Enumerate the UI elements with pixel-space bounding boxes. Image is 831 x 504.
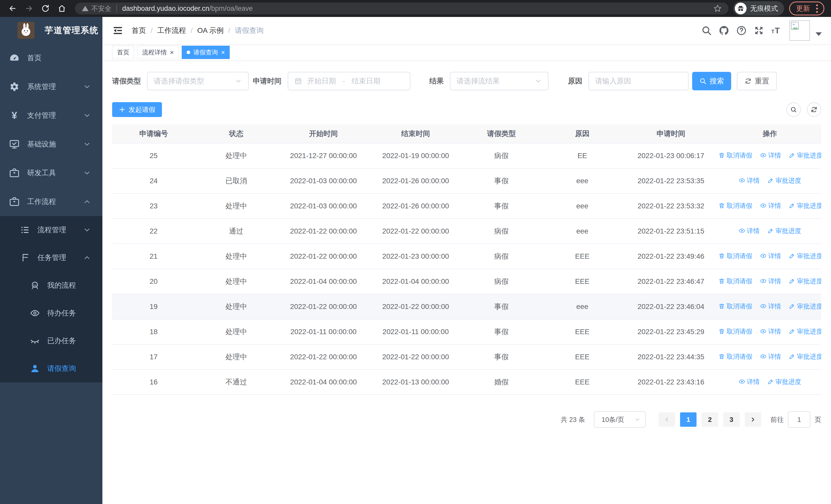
chevron-down-icon[interactable] [815,32,822,36]
create-leave-button[interactable]: 发起请假 [112,102,162,117]
page-button-1[interactable]: 1 [680,412,696,427]
reset-button[interactable]: 重置 [737,72,777,90]
progress-link[interactable]: 审批进度 [789,302,821,310]
detail-link[interactable]: 详情 [739,378,760,386]
progress-link[interactable]: 审批进度 [789,151,821,159]
cancel-leave-link[interactable]: 取消请假 [718,302,752,310]
github-icon[interactable] [719,25,729,36]
sidebar-item-process-management[interactable]: 流程管理 [0,216,103,244]
detail-link[interactable]: 详情 [760,252,781,260]
detail-link[interactable]: 详情 [760,302,781,310]
cancel-leave-link[interactable]: 取消请假 [718,327,752,336]
sidebar-item-home[interactable]: 首页 [0,43,103,72]
detail-link[interactable]: 详情 [760,277,781,285]
back-icon[interactable] [7,3,19,14]
sidebar-item-system-management[interactable]: 系统管理 [0,72,103,101]
next-page-button[interactable] [745,412,761,427]
bookmark-star-icon[interactable] [713,4,722,13]
refresh-table-button[interactable] [807,102,821,117]
user-avatar[interactable] [790,20,810,41]
progress-link[interactable]: 审批进度 [789,252,821,260]
cancel-leave-link[interactable]: 取消请假 [718,151,752,159]
progress-link[interactable]: 审批进度 [789,352,821,361]
action-label: 审批进度 [776,176,801,185]
breadcrumb: 首页/工作流程/OA 示例/请假查询 [132,26,268,35]
breadcrumb-item[interactable]: 工作流程 [157,26,186,35]
flow-icon [20,253,30,263]
sidebar-item-done-tasks[interactable]: 已办任务 [0,327,103,355]
detail-link[interactable]: 详情 [739,176,760,185]
result-select[interactable]: 请选择流结果 [450,72,548,90]
sidebar-item-todo-tasks[interactable]: 待办任务 [0,299,103,327]
close-icon[interactable]: × [170,49,174,56]
detail-link[interactable]: 详情 [760,202,781,210]
detail-link[interactable]: 详情 [760,352,781,361]
progress-link[interactable]: 审批进度 [789,202,821,210]
cancel-leave-link[interactable]: 取消请假 [718,352,752,361]
hide-search-button[interactable] [786,102,801,117]
detail-link[interactable]: 详情 [739,227,760,235]
forward-icon[interactable] [23,3,35,14]
progress-link[interactable]: 审批进度 [767,227,801,235]
page-button-2[interactable]: 2 [701,412,718,427]
table-tools [780,102,821,117]
table-row: 18处理中2022-01-11 00:00:002022-01-11 00:00… [112,319,821,345]
page-button-3[interactable]: 3 [723,412,740,427]
tab-label: 请假查询 [193,48,218,56]
reload-icon[interactable] [39,3,51,14]
cell-start-time: 2022-01-04 00:00:00 [278,269,370,294]
progress-link[interactable]: 审批进度 [789,327,821,336]
tab-leave-query[interactable]: 请假查询× [182,46,230,59]
cancel-leave-link[interactable]: 取消请假 [718,202,752,210]
sidebar-item-payment-management[interactable]: ¥支付管理 [0,101,103,130]
progress-link[interactable]: 审批进度 [789,277,821,285]
search-button[interactable]: 搜索 [692,72,731,90]
tab-process-detail[interactable]: 流程详情× [137,46,179,59]
action-label: 审批进度 [797,302,821,310]
view-icon [760,303,767,309]
progress-link[interactable]: 审批进度 [767,378,801,386]
sidebar-item-label: 系统管理 [27,82,56,92]
cell-apply-time: 2022-01-22 23:49:46 [623,244,718,269]
close-icon[interactable]: × [221,49,225,56]
sidebar-item-task-management[interactable]: 任务管理 [0,244,103,271]
font-size-icon[interactable]: TT [771,25,782,36]
progress-link[interactable]: 审批进度 [767,176,801,185]
trash-icon [718,303,725,309]
breadcrumb-item[interactable]: 首页 [132,26,146,35]
cancel-leave-link[interactable]: 取消请假 [718,252,752,260]
search-icon[interactable] [701,25,712,36]
trash-icon [718,202,725,209]
sidebar-toggle-icon[interactable] [112,25,123,36]
detail-link[interactable]: 详情 [760,151,781,159]
action-label: 取消请假 [726,151,752,159]
help-icon[interactable] [736,25,747,36]
sidebar-item-my-processes[interactable]: 我的流程 [0,271,103,299]
detail-link[interactable]: 详情 [760,327,781,336]
tab-home[interactable]: 首页 [112,46,134,59]
prev-page-button[interactable] [659,412,675,427]
leave-type-select[interactable]: 请选择请假类型 [147,72,249,90]
page-size-select[interactable]: 10条/页 [594,411,646,428]
goto-page-input[interactable] [788,411,810,428]
cell-actions: 取消请假详情审批进度 [718,345,821,369]
home-icon[interactable] [56,3,68,14]
browser-menu-icon[interactable] [814,3,820,14]
apply-time-range-picker[interactable]: 开始日期 - 结束日期 [288,72,410,90]
sidebar-item-dev-tools[interactable]: 研发工具 [0,158,103,187]
action-label: 详情 [768,252,781,260]
view-icon [739,227,745,234]
breadcrumb-item[interactable]: OA 示例 [197,26,224,35]
cell-reason: EEE [541,269,624,294]
sidebar-item-label: 已办任务 [47,336,76,346]
browser-update-button[interactable]: 更新 [789,2,824,16]
cell-request-id: 17 [112,345,195,369]
sidebar-item-workflow[interactable]: 工作流程 [0,187,103,216]
sidebar-item-infrastructure[interactable]: 基础设施 [0,130,103,158]
sidebar-item-leave-query[interactable]: 请假查询 [0,355,103,382]
monitor-icon [9,139,20,150]
fullscreen-icon[interactable] [753,25,764,36]
cancel-leave-link[interactable]: 取消请假 [718,277,752,285]
reason-input[interactable]: 请输入原因 [589,72,689,90]
url-bar[interactable]: 不安全 dashboard.yudao.iocoder.cn/bpm/oa/le… [75,3,728,14]
